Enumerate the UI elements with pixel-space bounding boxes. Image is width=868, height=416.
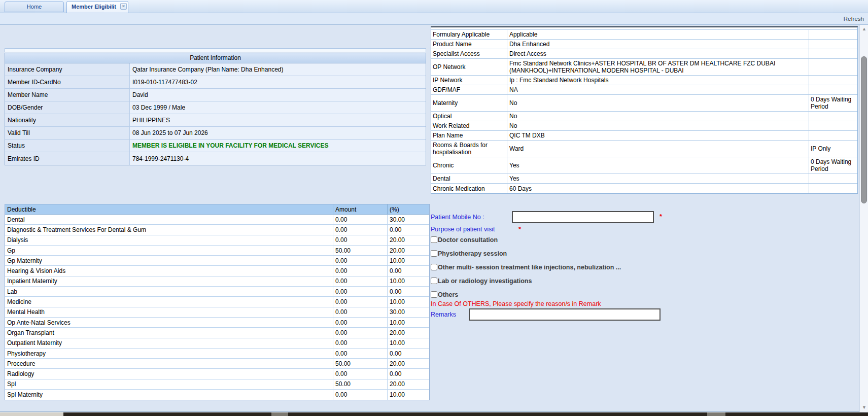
benefit-value: Ward bbox=[507, 141, 809, 157]
deductible-percent: 10.00 bbox=[388, 390, 429, 400]
deductible-table: Deductible Amount (%) Dental 0.00 30.00 … bbox=[5, 204, 430, 400]
bottom-bar bbox=[0, 412, 868, 416]
benefit-label: Dental bbox=[431, 174, 507, 183]
benefit-extra bbox=[809, 40, 857, 49]
deductible-name: Radiology bbox=[5, 369, 333, 378]
benefit-label: Chronic bbox=[431, 157, 507, 174]
purpose-option: Others bbox=[431, 288, 786, 301]
benefit-extra bbox=[809, 85, 857, 94]
deductible-amount: 0.00 bbox=[333, 349, 388, 358]
benefit-value: Dha Enhanced bbox=[507, 40, 809, 49]
deductible-name: Gp bbox=[5, 246, 333, 255]
refresh-button[interactable]: Refresh bbox=[844, 13, 864, 24]
deductible-amount: 0.00 bbox=[333, 318, 388, 327]
purpose-required-marker: * bbox=[518, 225, 521, 233]
table-row: Chronic Medication 60 Days bbox=[431, 184, 857, 193]
deductible-name: Spl bbox=[5, 379, 333, 389]
table-row: Work Related No bbox=[431, 121, 857, 131]
mobile-required-marker: * bbox=[659, 213, 662, 220]
column-header-amount: Amount bbox=[333, 204, 388, 214]
table-row: Product Name Dha Enhanced bbox=[431, 40, 857, 49]
deductible-name: Dental bbox=[5, 215, 333, 224]
deductible-percent: 0.00 bbox=[388, 369, 429, 378]
benefit-value: No bbox=[507, 121, 809, 130]
deductible-percent: 20.00 bbox=[388, 246, 429, 255]
benefit-label: Specialist Access bbox=[431, 49, 507, 58]
patient-mobile-input[interactable] bbox=[512, 211, 654, 223]
benefit-extra bbox=[809, 49, 857, 58]
row-value: 784-1999-2471130-4 bbox=[130, 152, 426, 165]
deductible-percent: 0.00 bbox=[388, 287, 429, 296]
row-label: Valid Till bbox=[5, 127, 130, 139]
scrollbar-thumb[interactable] bbox=[861, 56, 867, 203]
table-row: Specialist Access Direct Access bbox=[431, 49, 857, 59]
purpose-option: Other multi- session treatment like inje… bbox=[431, 260, 786, 274]
tab-member-eligibility[interactable]: Member Eligibilit × bbox=[66, 1, 128, 13]
purpose-checkbox[interactable] bbox=[431, 264, 437, 270]
table-row: Dental 0.00 30.00 bbox=[5, 215, 429, 225]
benefit-extra: IP Only bbox=[809, 141, 857, 157]
deductible-percent: 0.00 bbox=[388, 266, 429, 275]
deductible-percent: 20.00 bbox=[388, 328, 429, 337]
benefits-table: Formulary Applicable Applicable Product … bbox=[431, 26, 858, 194]
patient-info-table: Patient Information Insurance Company Qa… bbox=[5, 53, 426, 165]
table-row: Inpatient Maternity 0.00 10.00 bbox=[5, 276, 429, 287]
deductible-name: Spl Maternity bbox=[5, 390, 333, 400]
table-row: Procedure 50.00 20.00 bbox=[5, 359, 429, 369]
deductible-amount: 0.00 bbox=[333, 369, 388, 378]
benefit-value: Ip : Fmc Standard Network Hospitals bbox=[507, 76, 809, 85]
benefit-extra bbox=[809, 174, 857, 183]
benefit-value: No bbox=[507, 95, 809, 111]
benefit-value: Yes bbox=[507, 174, 809, 183]
table-row: Outpatient Maternity 0.00 10.00 bbox=[5, 338, 429, 349]
scroll-down-icon[interactable]: ▼ bbox=[860, 403, 868, 412]
deductible-amount: 50.00 bbox=[333, 379, 388, 389]
close-icon[interactable]: × bbox=[120, 3, 127, 10]
table-row: OP Network Fmc Standard Network Clinics+… bbox=[431, 59, 857, 76]
patient-mobile-label: Patient Mobile No : bbox=[431, 214, 484, 221]
tab-bar: Home Member Eligibilit × bbox=[0, 0, 868, 13]
deductible-name: Inpatient Maternity bbox=[5, 276, 333, 286]
deductible-percent: 10.00 bbox=[388, 318, 429, 327]
deductible-name: Hearing & Vision Aids bbox=[5, 266, 333, 275]
bottom-bar-segment bbox=[271, 412, 288, 416]
row-value: I019-010-117477483-02 bbox=[130, 76, 426, 88]
deductible-amount: 0.00 bbox=[333, 297, 388, 306]
table-row: Optical No bbox=[431, 112, 857, 121]
benefit-value: Fmc Standard Network Clinics+ASTER HOSPI… bbox=[507, 59, 809, 75]
row-value: David bbox=[130, 89, 426, 101]
purpose-checkbox[interactable] bbox=[431, 291, 437, 298]
deductible-amount: 0.00 bbox=[333, 235, 388, 245]
table-row: Gp 50.00 20.00 bbox=[5, 246, 429, 256]
purpose-checkbox[interactable] bbox=[431, 250, 437, 257]
table-row: Organ Transplant 0.00 20.00 bbox=[5, 328, 429, 338]
deductible-amount: 0.00 bbox=[333, 266, 388, 275]
deductible-name: Procedure bbox=[5, 359, 333, 368]
purpose-option-label: Lab or radiology investigations bbox=[438, 278, 532, 285]
deductible-name: Outpatient Maternity bbox=[5, 338, 333, 348]
row-label: DOB/Gender bbox=[5, 101, 130, 114]
tab-member-eligibility-label: Member Eligibilit bbox=[72, 4, 116, 10]
row-value: MEMBER IS ELIGIBLE IN YOUR FACILITY FOR … bbox=[130, 140, 426, 152]
tab-home[interactable]: Home bbox=[5, 2, 64, 12]
purpose-option: Physiotherapy session bbox=[431, 247, 786, 260]
benefit-extra bbox=[809, 121, 857, 130]
purpose-option: Doctor consultation bbox=[431, 233, 786, 247]
deductible-amount: 0.00 bbox=[333, 256, 388, 265]
toolbar: Refresh bbox=[0, 13, 868, 25]
benefit-label: Plan Name bbox=[431, 131, 507, 140]
benefit-value: 60 Days bbox=[507, 184, 809, 193]
purpose-checkbox[interactable] bbox=[431, 236, 437, 243]
benefit-extra bbox=[809, 131, 857, 140]
table-row: Op Ante-Natal Services 0.00 10.00 bbox=[5, 318, 429, 328]
benefit-value: Direct Access bbox=[507, 49, 809, 58]
benefit-extra bbox=[809, 30, 857, 39]
scroll-up-icon[interactable]: ▲ bbox=[860, 25, 868, 33]
vertical-scrollbar[interactable]: ▲ ▼ bbox=[859, 25, 868, 412]
deductible-amount: 0.00 bbox=[333, 390, 388, 400]
purpose-checkbox[interactable] bbox=[431, 278, 437, 284]
benefit-label: GDF/MAF bbox=[431, 85, 507, 94]
bottom-bar-segment bbox=[707, 412, 725, 416]
remarks-input[interactable] bbox=[469, 308, 661, 321]
bottom-bar-segment bbox=[0, 412, 63, 416]
